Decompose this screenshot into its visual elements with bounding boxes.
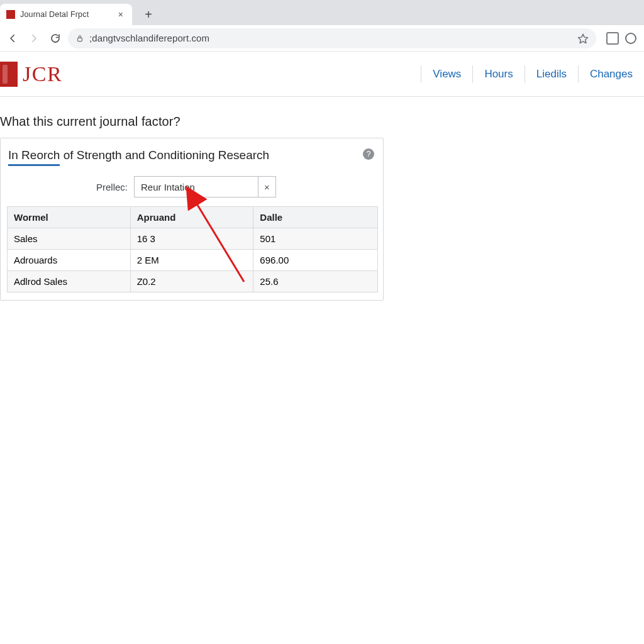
- cell: 16 3: [130, 228, 253, 250]
- browser-toolbar: ;dangtvschlandifereport.com: [0, 25, 644, 52]
- browser-tab-bar: Journal Detal Frpct × +: [0, 0, 644, 25]
- table-row: Adrouards 2 EM 696.00: [8, 250, 378, 271]
- svg-marker-1: [579, 34, 588, 43]
- table-header[interactable]: Apruand: [130, 207, 253, 228]
- top-nav: Views Hours Liedils Changes: [421, 52, 644, 96]
- cell: Sales: [8, 228, 131, 250]
- back-button[interactable]: [4, 30, 21, 47]
- table-header[interactable]: Wormel: [8, 207, 131, 228]
- help-icon[interactable]: ?: [363, 148, 374, 160]
- cell: 696.00: [253, 250, 378, 271]
- table-header[interactable]: Dalle: [253, 207, 378, 228]
- card-title-rest: of Strength and Conditioning Research: [60, 148, 269, 162]
- address-bar[interactable]: ;dangtvschlandifereport.com: [68, 28, 596, 48]
- url-text: ;dangtvschlandifereport.com: [89, 33, 572, 43]
- tab-title: Journal Detal Frpct: [20, 10, 116, 19]
- brand-logo-icon: [0, 62, 18, 87]
- nav-views[interactable]: Views: [421, 65, 472, 83]
- cell: Adrouards: [8, 250, 131, 271]
- lock-icon: [75, 34, 84, 43]
- card-title: In Reorch of Strength and Conditioning R…: [7, 148, 377, 166]
- brand-text: JCR: [23, 62, 62, 86]
- table-row: Sales 16 3 501: [8, 228, 378, 250]
- extension-icon[interactable]: [606, 32, 619, 45]
- nav-hours[interactable]: Hours: [472, 65, 524, 83]
- browser-tab-active[interactable]: Journal Detal Frpct ×: [0, 4, 132, 25]
- new-tab-button[interactable]: +: [140, 6, 157, 23]
- cell: 501: [253, 228, 378, 250]
- cell: Z0.2: [130, 271, 253, 292]
- clear-icon[interactable]: ×: [258, 177, 275, 197]
- results-table: Wormel Apruand Dalle Sales 16 3 501 Adro…: [7, 206, 378, 292]
- table-row: Adlrod Sales Z0.2 25.6: [8, 271, 378, 292]
- journal-card: ? In Reorch of Strength and Conditioning…: [0, 138, 384, 301]
- profile-icon[interactable]: [625, 33, 636, 44]
- star-icon[interactable]: [577, 33, 589, 44]
- page-question: What this current journal factor?: [0, 114, 644, 129]
- reload-button[interactable]: [47, 30, 64, 47]
- filter-combo[interactable]: ×: [134, 176, 276, 197]
- cell: Adlrod Sales: [8, 271, 131, 292]
- filter-input[interactable]: [135, 177, 258, 197]
- svg-rect-0: [78, 38, 82, 41]
- cell: 2 EM: [130, 250, 253, 271]
- nav-changes[interactable]: Changes: [578, 65, 644, 83]
- cell: 25.6: [253, 271, 378, 292]
- plus-icon: +: [145, 8, 152, 22]
- filter-label: Prellec:: [8, 182, 128, 192]
- card-title-underlined: In Reorch: [8, 148, 60, 166]
- nav-liedils[interactable]: Liedils: [525, 65, 578, 83]
- close-icon[interactable]: ×: [116, 8, 126, 21]
- site-header: JCR Views Hours Liedils Changes: [0, 52, 644, 97]
- forward-button[interactable]: [25, 30, 43, 47]
- brand[interactable]: JCR: [0, 62, 62, 87]
- tab-favicon: [6, 10, 15, 19]
